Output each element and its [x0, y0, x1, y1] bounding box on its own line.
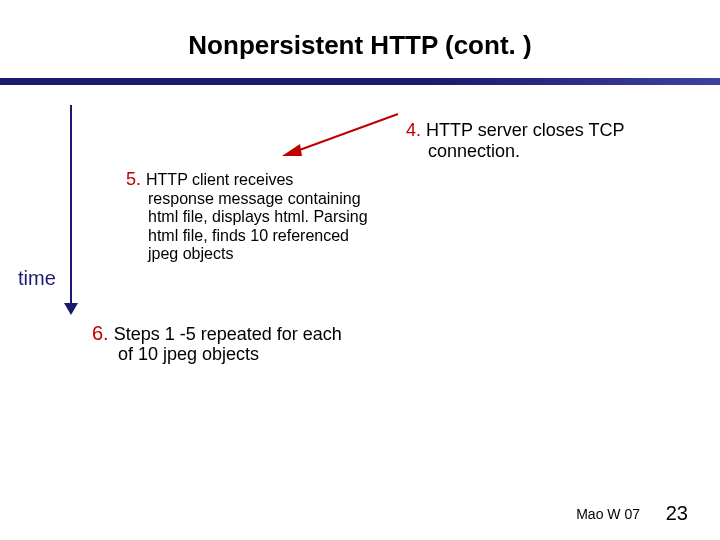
- step-4-number: 4.: [406, 120, 421, 140]
- step-5: 5. HTTP client receives: [126, 170, 386, 190]
- step-5-body: response message containing html file, d…: [148, 190, 378, 264]
- step-4-head: HTTP server closes TCP: [426, 120, 624, 140]
- page-number: 23: [666, 502, 688, 525]
- svg-line-0: [294, 114, 398, 152]
- step-6-body: of 10 jpeg objects: [118, 344, 418, 365]
- title-rule: [0, 78, 720, 85]
- footer-credit: Mao W 07: [576, 506, 640, 522]
- time-axis-line: [70, 105, 72, 305]
- diagonal-arrow-icon: [280, 112, 400, 156]
- slide-title: Nonpersistent HTTP (cont. ): [0, 30, 720, 61]
- step-6-head: Steps 1 -5 repeated for each: [114, 324, 342, 344]
- step-5-head: HTTP client receives: [146, 171, 293, 188]
- step-6: 6. Steps 1 -5 repeated for each: [92, 322, 412, 345]
- slide: Nonpersistent HTTP (cont. ) time 4. HTTP…: [0, 0, 720, 540]
- step-5-number: 5.: [126, 169, 141, 189]
- time-axis-label: time: [18, 267, 56, 290]
- step-6-number: 6.: [92, 322, 109, 344]
- step-4: 4. HTTP server closes TCP connection.: [406, 120, 666, 161]
- time-axis-arrowhead: [64, 303, 78, 315]
- svg-marker-1: [282, 144, 302, 156]
- step-4-body: connection.: [428, 141, 520, 161]
